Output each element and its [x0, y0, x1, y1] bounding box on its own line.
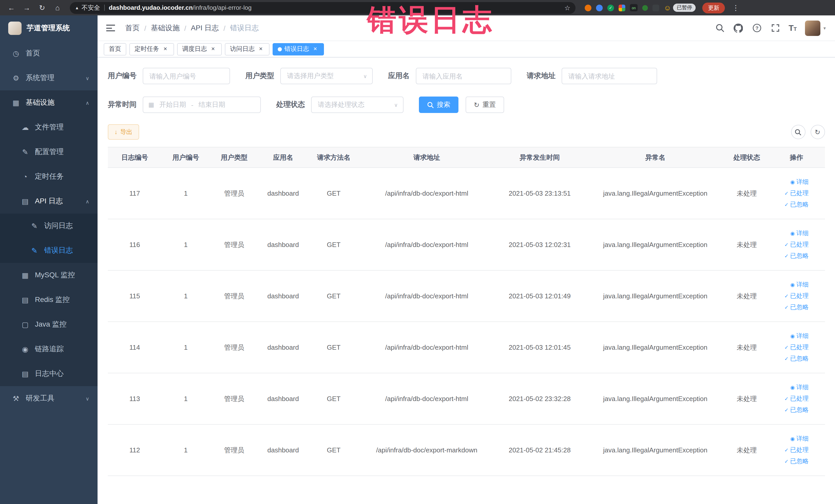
extension-icon-blue[interactable]	[596, 4, 603, 11]
avatar[interactable]	[805, 20, 820, 36]
github-icon[interactable]	[733, 23, 744, 33]
breadcrumb-api-log[interactable]: API 日志	[191, 23, 219, 33]
export-button[interactable]: ↓ 导出	[108, 124, 139, 140]
sidebar-item-system[interactable]: ⚙ 系统管理 ∨	[0, 66, 98, 90]
cell-user-type: 管理员	[210, 219, 259, 270]
sidebar-item-home[interactable]: ◷ 首页	[0, 41, 98, 66]
exception-time-range[interactable]: ▦ 开始日期 - 结束日期	[143, 97, 261, 113]
tab[interactable]: 错误日志 ×	[272, 43, 324, 55]
bookmark-star-icon[interactable]: ☆	[565, 4, 570, 12]
ignored-link[interactable]: ✓已忽略	[785, 201, 809, 209]
user-id-input[interactable]	[143, 68, 230, 84]
search-button[interactable]: 搜索	[419, 97, 459, 113]
browser-back-icon[interactable]: ←	[5, 2, 18, 14]
extension-icon-orange[interactable]	[585, 4, 591, 11]
cell-exception-name: java.lang.IllegalArgumentException	[586, 322, 726, 373]
breadcrumb-separator	[224, 24, 226, 32]
sidebar-item-job[interactable]: ◔ 定时任务	[0, 164, 98, 189]
tab[interactable]: 定时任务 ×	[129, 43, 174, 55]
tools-icon: ⚒	[10, 395, 22, 403]
extension-icon-ublock[interactable]: on	[630, 4, 638, 11]
processed-link[interactable]: ✓已处理	[785, 189, 809, 198]
ignored-link[interactable]: ✓已忽略	[785, 457, 809, 466]
action-label: 详细	[796, 178, 809, 187]
breadcrumb-separator	[184, 24, 186, 32]
user-menu[interactable]: ▾	[805, 20, 826, 36]
process-status-select[interactable]: 请选择处理状态 ∨	[311, 97, 404, 113]
url-host: dashboard.yudao.iocoder.cn	[109, 4, 193, 11]
request-url-input[interactable]	[562, 68, 657, 84]
browser-home-icon[interactable]: ⌂	[51, 2, 64, 14]
hamburger-icon	[106, 25, 115, 31]
sidebar-item-dev-tools[interactable]: ⚒ 研发工具 ∨	[0, 386, 98, 411]
sidebar-menu: ◷ 首页 ⚙ 系统管理 ∨ ▦ 基础设施 ∧ ☁ 文件管理	[0, 41, 98, 411]
user-type-select[interactable]: 请选择用户类型 ∨	[280, 68, 373, 84]
processed-link[interactable]: ✓已处理	[785, 292, 809, 301]
toggle-search-button[interactable]	[791, 125, 805, 139]
security-warning-icon[interactable]: ▲	[75, 5, 79, 10]
select-placeholder: 请选择用户类型	[287, 72, 334, 81]
refresh-table-button[interactable]: ↻	[810, 125, 825, 139]
extension-icon-green-check[interactable]: ✓	[607, 4, 614, 11]
app-name-input[interactable]	[416, 68, 511, 84]
sidebar-item-log-center[interactable]: ▤ 日志中心	[0, 362, 98, 386]
detail-link[interactable]: ◉详细	[790, 178, 809, 187]
filter-label: 用户编号	[108, 72, 137, 81]
breadcrumb-home[interactable]: 首页	[125, 23, 140, 33]
font-size-icon[interactable]	[789, 24, 797, 32]
check-icon: ✓	[785, 397, 789, 402]
processed-link[interactable]: ✓已处理	[785, 241, 809, 249]
detail-link[interactable]: ◉详细	[790, 281, 809, 289]
sidebar-toggle-button[interactable]	[98, 15, 123, 41]
sidebar-item-config[interactable]: ✎ 配置管理	[0, 140, 98, 164]
processed-link[interactable]: ✓已处理	[785, 446, 809, 455]
browser-reload-icon[interactable]: ↻	[36, 2, 48, 14]
sidebar-item-api-log[interactable]: ▤ API 日志 ∧	[0, 189, 98, 214]
browser-menu-icon[interactable]: ⋮	[730, 2, 742, 14]
ignored-link[interactable]: ✓已忽略	[785, 355, 809, 363]
sidebar-item-java[interactable]: ▢ Java 监控	[0, 312, 98, 337]
processed-link[interactable]: ✓已处理	[785, 395, 809, 403]
detail-link[interactable]: ◉详细	[790, 332, 809, 341]
reset-button[interactable]: ↻ 重置	[466, 97, 504, 113]
profile-extension[interactable]: ☺ 已暂停	[664, 4, 696, 12]
address-bar[interactable]: ▲ 不安全 dashboard.yudao.iocoder.cn /infra/…	[70, 2, 575, 14]
tab-close-icon[interactable]: ×	[257, 45, 264, 53]
cell-exception-time: 2021-05-03 12:01:49	[494, 270, 585, 322]
reset-button-label: 重置	[483, 100, 496, 109]
sidebar-item-infra[interactable]: ▦ 基础设施 ∧	[0, 90, 98, 115]
extension-icon-grid[interactable]	[618, 4, 625, 11]
tab-close-icon[interactable]: ×	[209, 45, 217, 53]
search-icon[interactable]	[715, 23, 725, 33]
app-logo-row[interactable]: 芋道管理系统	[0, 15, 98, 41]
detail-link[interactable]: ◉详细	[790, 383, 809, 392]
extension-icon-leaf[interactable]	[642, 5, 648, 11]
sidebar-item-file[interactable]: ☁ 文件管理	[0, 115, 98, 140]
ignored-link[interactable]: ✓已忽略	[785, 303, 809, 312]
browser-update-button[interactable]: 更新	[702, 2, 725, 13]
tab-close-icon[interactable]: ×	[162, 45, 169, 53]
sidebar-item-access-log[interactable]: ✎ 访问日志	[0, 214, 98, 238]
browser-forward-icon[interactable]: →	[21, 2, 33, 14]
help-icon[interactable]: ?	[752, 23, 762, 33]
tab[interactable]: 首页	[104, 43, 126, 55]
detail-link[interactable]: ◉详细	[790, 435, 809, 443]
extensions-puzzle-icon[interactable]	[652, 4, 659, 11]
breadcrumb-infra[interactable]: 基础设施	[151, 23, 180, 33]
cell-method: GET	[308, 270, 359, 322]
sidebar-item-trace[interactable]: ◉ 链路追踪	[0, 337, 98, 362]
ignored-link[interactable]: ✓已忽略	[785, 406, 809, 415]
chevron-down-icon: ∨	[85, 396, 89, 401]
check-icon: ✓	[785, 459, 789, 464]
sidebar-item-mysql[interactable]: ▦ MySQL 监控	[0, 263, 98, 287]
detail-link[interactable]: ◉详细	[790, 229, 809, 238]
sidebar-item-redis[interactable]: ▤ Redis 监控	[0, 287, 98, 312]
fullscreen-icon[interactable]	[770, 23, 780, 33]
tab[interactable]: 访问日志 ×	[225, 43, 269, 55]
security-label[interactable]: 不安全	[82, 3, 100, 12]
ignored-link[interactable]: ✓已忽略	[785, 252, 809, 261]
sidebar-item-error-log[interactable]: ✎ 错误日志	[0, 238, 98, 263]
processed-link[interactable]: ✓已处理	[785, 343, 809, 352]
tab[interactable]: 调度日志 ×	[177, 43, 222, 55]
tab-close-icon[interactable]: ×	[312, 45, 319, 53]
